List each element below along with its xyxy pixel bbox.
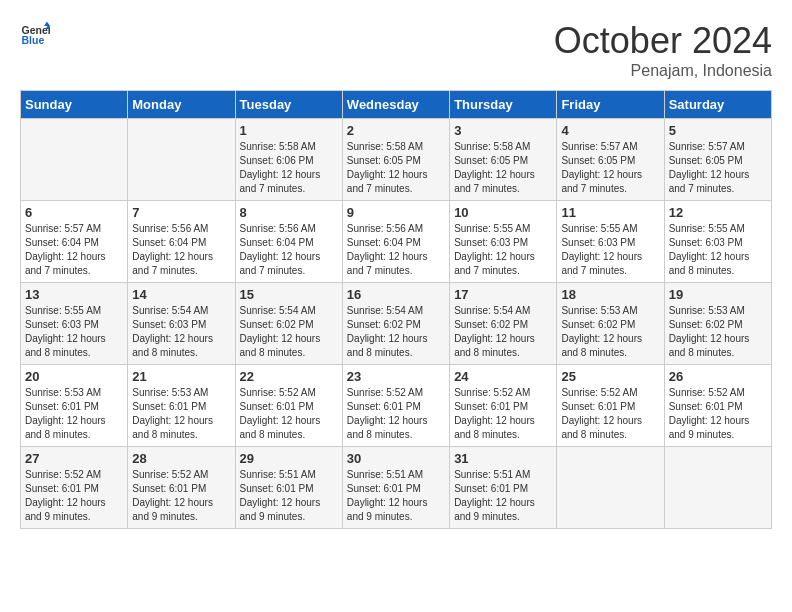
- calendar-cell: 8Sunrise: 5:56 AM Sunset: 6:04 PM Daylig…: [235, 201, 342, 283]
- day-details: Sunrise: 5:51 AM Sunset: 6:01 PM Dayligh…: [347, 468, 445, 524]
- day-details: Sunrise: 5:52 AM Sunset: 6:01 PM Dayligh…: [240, 386, 338, 442]
- calendar-cell: [664, 447, 771, 529]
- col-tuesday: Tuesday: [235, 91, 342, 119]
- day-number: 10: [454, 205, 552, 220]
- day-number: 8: [240, 205, 338, 220]
- day-details: Sunrise: 5:53 AM Sunset: 6:01 PM Dayligh…: [25, 386, 123, 442]
- day-details: Sunrise: 5:55 AM Sunset: 6:03 PM Dayligh…: [25, 304, 123, 360]
- day-number: 22: [240, 369, 338, 384]
- calendar-cell: 18Sunrise: 5:53 AM Sunset: 6:02 PM Dayli…: [557, 283, 664, 365]
- day-number: 31: [454, 451, 552, 466]
- col-thursday: Thursday: [450, 91, 557, 119]
- week-row-5: 27Sunrise: 5:52 AM Sunset: 6:01 PM Dayli…: [21, 447, 772, 529]
- day-number: 5: [669, 123, 767, 138]
- day-number: 26: [669, 369, 767, 384]
- day-number: 4: [561, 123, 659, 138]
- day-details: Sunrise: 5:58 AM Sunset: 6:06 PM Dayligh…: [240, 140, 338, 196]
- calendar-cell: 19Sunrise: 5:53 AM Sunset: 6:02 PM Dayli…: [664, 283, 771, 365]
- day-number: 11: [561, 205, 659, 220]
- calendar-cell: 26Sunrise: 5:52 AM Sunset: 6:01 PM Dayli…: [664, 365, 771, 447]
- day-details: Sunrise: 5:57 AM Sunset: 6:05 PM Dayligh…: [561, 140, 659, 196]
- day-details: Sunrise: 5:57 AM Sunset: 6:04 PM Dayligh…: [25, 222, 123, 278]
- calendar-cell: 12Sunrise: 5:55 AM Sunset: 6:03 PM Dayli…: [664, 201, 771, 283]
- calendar-cell: 24Sunrise: 5:52 AM Sunset: 6:01 PM Dayli…: [450, 365, 557, 447]
- calendar-cell: 30Sunrise: 5:51 AM Sunset: 6:01 PM Dayli…: [342, 447, 449, 529]
- col-friday: Friday: [557, 91, 664, 119]
- week-row-2: 6Sunrise: 5:57 AM Sunset: 6:04 PM Daylig…: [21, 201, 772, 283]
- page-header: General Blue October 2024 Penajam, Indon…: [20, 20, 772, 80]
- day-details: Sunrise: 5:52 AM Sunset: 6:01 PM Dayligh…: [454, 386, 552, 442]
- calendar-cell: 23Sunrise: 5:52 AM Sunset: 6:01 PM Dayli…: [342, 365, 449, 447]
- day-details: Sunrise: 5:53 AM Sunset: 6:02 PM Dayligh…: [669, 304, 767, 360]
- calendar-cell: 2Sunrise: 5:58 AM Sunset: 6:05 PM Daylig…: [342, 119, 449, 201]
- month-title: October 2024: [554, 20, 772, 62]
- logo-icon: General Blue: [20, 20, 50, 50]
- logo: General Blue: [20, 20, 50, 50]
- calendar-cell: 1Sunrise: 5:58 AM Sunset: 6:06 PM Daylig…: [235, 119, 342, 201]
- day-details: Sunrise: 5:54 AM Sunset: 6:02 PM Dayligh…: [454, 304, 552, 360]
- day-number: 27: [25, 451, 123, 466]
- calendar-cell: 5Sunrise: 5:57 AM Sunset: 6:05 PM Daylig…: [664, 119, 771, 201]
- day-details: Sunrise: 5:52 AM Sunset: 6:01 PM Dayligh…: [669, 386, 767, 442]
- col-sunday: Sunday: [21, 91, 128, 119]
- calendar-cell: 27Sunrise: 5:52 AM Sunset: 6:01 PM Dayli…: [21, 447, 128, 529]
- day-number: 29: [240, 451, 338, 466]
- calendar-cell: 31Sunrise: 5:51 AM Sunset: 6:01 PM Dayli…: [450, 447, 557, 529]
- calendar-cell: 11Sunrise: 5:55 AM Sunset: 6:03 PM Dayli…: [557, 201, 664, 283]
- day-details: Sunrise: 5:55 AM Sunset: 6:03 PM Dayligh…: [454, 222, 552, 278]
- day-details: Sunrise: 5:52 AM Sunset: 6:01 PM Dayligh…: [132, 468, 230, 524]
- calendar-cell: 16Sunrise: 5:54 AM Sunset: 6:02 PM Dayli…: [342, 283, 449, 365]
- day-details: Sunrise: 5:52 AM Sunset: 6:01 PM Dayligh…: [25, 468, 123, 524]
- day-number: 24: [454, 369, 552, 384]
- day-number: 7: [132, 205, 230, 220]
- calendar-cell: 7Sunrise: 5:56 AM Sunset: 6:04 PM Daylig…: [128, 201, 235, 283]
- day-details: Sunrise: 5:56 AM Sunset: 6:04 PM Dayligh…: [132, 222, 230, 278]
- day-details: Sunrise: 5:54 AM Sunset: 6:03 PM Dayligh…: [132, 304, 230, 360]
- day-number: 14: [132, 287, 230, 302]
- day-number: 23: [347, 369, 445, 384]
- day-number: 25: [561, 369, 659, 384]
- day-details: Sunrise: 5:58 AM Sunset: 6:05 PM Dayligh…: [454, 140, 552, 196]
- calendar-cell: 14Sunrise: 5:54 AM Sunset: 6:03 PM Dayli…: [128, 283, 235, 365]
- day-number: 12: [669, 205, 767, 220]
- calendar-cell: 20Sunrise: 5:53 AM Sunset: 6:01 PM Dayli…: [21, 365, 128, 447]
- week-row-3: 13Sunrise: 5:55 AM Sunset: 6:03 PM Dayli…: [21, 283, 772, 365]
- day-details: Sunrise: 5:55 AM Sunset: 6:03 PM Dayligh…: [561, 222, 659, 278]
- day-number: 2: [347, 123, 445, 138]
- calendar-cell: 6Sunrise: 5:57 AM Sunset: 6:04 PM Daylig…: [21, 201, 128, 283]
- day-details: Sunrise: 5:57 AM Sunset: 6:05 PM Dayligh…: [669, 140, 767, 196]
- col-monday: Monday: [128, 91, 235, 119]
- day-number: 13: [25, 287, 123, 302]
- day-number: 6: [25, 205, 123, 220]
- day-number: 16: [347, 287, 445, 302]
- calendar-cell: 17Sunrise: 5:54 AM Sunset: 6:02 PM Dayli…: [450, 283, 557, 365]
- day-details: Sunrise: 5:54 AM Sunset: 6:02 PM Dayligh…: [240, 304, 338, 360]
- day-details: Sunrise: 5:51 AM Sunset: 6:01 PM Dayligh…: [454, 468, 552, 524]
- calendar-cell: 28Sunrise: 5:52 AM Sunset: 6:01 PM Dayli…: [128, 447, 235, 529]
- calendar-cell: 9Sunrise: 5:56 AM Sunset: 6:04 PM Daylig…: [342, 201, 449, 283]
- calendar-table: Sunday Monday Tuesday Wednesday Thursday…: [20, 90, 772, 529]
- location-title: Penajam, Indonesia: [554, 62, 772, 80]
- calendar-cell: [21, 119, 128, 201]
- calendar-cell: [557, 447, 664, 529]
- day-number: 17: [454, 287, 552, 302]
- calendar-cell: 21Sunrise: 5:53 AM Sunset: 6:01 PM Dayli…: [128, 365, 235, 447]
- day-number: 3: [454, 123, 552, 138]
- header-row: Sunday Monday Tuesday Wednesday Thursday…: [21, 91, 772, 119]
- calendar-cell: 29Sunrise: 5:51 AM Sunset: 6:01 PM Dayli…: [235, 447, 342, 529]
- col-wednesday: Wednesday: [342, 91, 449, 119]
- calendar-cell: 10Sunrise: 5:55 AM Sunset: 6:03 PM Dayli…: [450, 201, 557, 283]
- calendar-cell: 3Sunrise: 5:58 AM Sunset: 6:05 PM Daylig…: [450, 119, 557, 201]
- day-number: 15: [240, 287, 338, 302]
- day-details: Sunrise: 5:53 AM Sunset: 6:01 PM Dayligh…: [132, 386, 230, 442]
- calendar-cell: 4Sunrise: 5:57 AM Sunset: 6:05 PM Daylig…: [557, 119, 664, 201]
- col-saturday: Saturday: [664, 91, 771, 119]
- day-number: 30: [347, 451, 445, 466]
- day-details: Sunrise: 5:51 AM Sunset: 6:01 PM Dayligh…: [240, 468, 338, 524]
- calendar-cell: [128, 119, 235, 201]
- week-row-1: 1Sunrise: 5:58 AM Sunset: 6:06 PM Daylig…: [21, 119, 772, 201]
- day-number: 1: [240, 123, 338, 138]
- day-details: Sunrise: 5:56 AM Sunset: 6:04 PM Dayligh…: [347, 222, 445, 278]
- calendar-cell: 13Sunrise: 5:55 AM Sunset: 6:03 PM Dayli…: [21, 283, 128, 365]
- day-details: Sunrise: 5:58 AM Sunset: 6:05 PM Dayligh…: [347, 140, 445, 196]
